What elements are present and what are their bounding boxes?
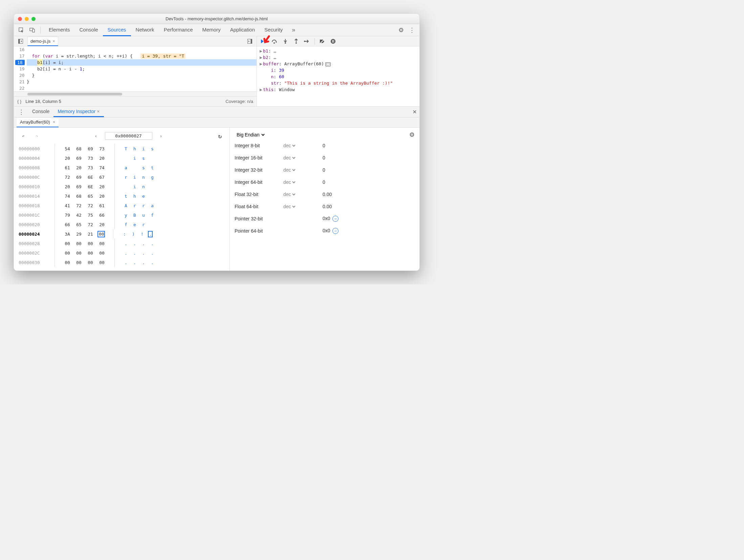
hex-row[interactable]: 0000000861207374a st — [19, 163, 225, 172]
value-output: 0 — [323, 179, 415, 185]
svg-rect-7 — [264, 39, 265, 43]
scope-row-this[interactable]: ▶this: Window — [260, 86, 417, 93]
file-tab[interactable]: demo-js.js × — [27, 37, 58, 46]
hex-row[interactable]: 0000002800000000.... — [19, 239, 225, 248]
svg-point-9 — [285, 42, 286, 44]
more-tabs-icon[interactable]: » — [289, 25, 298, 35]
value-type-label: Float 64-bit — [235, 204, 282, 209]
step-into-icon[interactable] — [281, 37, 290, 46]
svg-point-8 — [273, 42, 275, 44]
hex-row[interactable]: 0000001474686520the — [19, 191, 225, 201]
step-icon[interactable] — [302, 37, 312, 46]
buffer-tab[interactable]: ArrayBuffer(60) × — [17, 118, 59, 127]
hex-row[interactable]: 0000001C79427566yBuf — [19, 210, 225, 220]
deactivate-breakpoints-icon[interactable] — [318, 37, 327, 46]
hex-row[interactable]: 0000000C72696E67ring — [19, 172, 225, 182]
minimize-icon[interactable] — [25, 17, 29, 21]
encoding-select[interactable]: dec — [282, 143, 297, 149]
encoding-select[interactable]: dec — [282, 179, 297, 185]
encoding-select[interactable]: dec — [282, 155, 297, 161]
encoding-select[interactable]: dec — [282, 167, 297, 173]
value-output: 0x0→ — [323, 228, 415, 234]
hex-row[interactable]: 0000003000000000.... — [19, 258, 225, 267]
tab-performance[interactable]: Performance — [159, 24, 198, 36]
drawer-tab-bar: ⋮ ConsoleMemory Inspector × × — [14, 107, 419, 117]
tab-console[interactable]: Console — [75, 24, 103, 36]
reveal-in-memory-icon[interactable] — [325, 62, 331, 66]
address-input[interactable]: 0x00000027 — [105, 132, 152, 140]
scope-row-str[interactable]: str: "This is a string in the ArrayBuffe… — [260, 80, 417, 86]
pause-on-exceptions-icon[interactable] — [328, 37, 338, 46]
endian-select[interactable]: Big Endian — [235, 131, 266, 138]
device-toggle-icon[interactable] — [27, 25, 37, 35]
value-type-label: Pointer 32-bit — [235, 216, 282, 221]
close-drawer-tab-icon[interactable]: × — [95, 109, 100, 114]
hex-viewer: ↶ ↷ ‹ 0x00000027 › ↻ 0000000054686973Thi… — [14, 128, 230, 271]
debugger-toggle-icon[interactable] — [245, 37, 255, 46]
redo-icon[interactable]: ↷ — [32, 131, 42, 141]
drawer-tab-console[interactable]: Console — [28, 107, 53, 117]
encoding-select[interactable]: dec — [282, 203, 297, 210]
tab-security[interactable]: Security — [260, 24, 287, 36]
jump-to-address-icon[interactable]: → — [332, 228, 338, 234]
hex-row[interactable]: 0000000420697320 is — [19, 153, 225, 163]
more-icon[interactable]: ⋮ — [407, 25, 417, 35]
debugger-toolbar — [257, 36, 419, 46]
close-buffer-tab-icon[interactable]: × — [53, 120, 56, 125]
encoding-select[interactable]: dec — [282, 191, 297, 197]
scope-row-i[interactable]: i: 39 — [260, 67, 417, 73]
tab-network[interactable]: Network — [131, 24, 159, 36]
editor-status-bar: { } Line 18, Column 5 Coverage: n/a — [14, 96, 257, 106]
hex-row[interactable]: 0000002066657220fer — [19, 220, 225, 229]
svg-rect-4 — [19, 39, 20, 43]
pretty-print-icon[interactable]: { } — [17, 99, 21, 104]
file-tab-label: demo-js.js — [30, 39, 50, 44]
scope-row-n[interactable]: n: 60 — [260, 73, 417, 80]
svg-point-10 — [296, 42, 297, 44]
tab-elements[interactable]: Elements — [44, 24, 75, 36]
svg-point-13 — [331, 39, 335, 44]
close-tab-icon[interactable]: × — [52, 39, 55, 44]
resume-icon[interactable] — [259, 37, 268, 46]
hex-row[interactable]: 000000243A292100:)!. — [19, 229, 225, 239]
jump-to-address-icon[interactable]: → — [332, 216, 338, 222]
inspect-element-icon[interactable] — [17, 25, 26, 35]
cursor-position: Line 18, Column 5 — [25, 99, 61, 104]
navigator-toggle-icon[interactable] — [16, 37, 25, 46]
buffer-tab-label: ArrayBuffer(60) — [20, 120, 50, 125]
maximize-icon[interactable] — [31, 17, 36, 21]
value-type-label: Integer 64-bit — [235, 179, 282, 185]
hex-row[interactable]: 0000001841727261Arra — [19, 201, 225, 210]
devtools-window: DevTools - memory-inspector.glitch.me/de… — [14, 14, 420, 271]
refresh-icon[interactable]: ↻ — [215, 131, 225, 141]
drawer-more-icon[interactable]: ⋮ — [17, 107, 26, 117]
value-output: 0 — [323, 155, 415, 160]
hex-row[interactable]: 0000001020696E20 in — [19, 182, 225, 191]
horizontal-scrollbar[interactable] — [14, 91, 257, 96]
scope-row-buffer[interactable]: ▶buffer: ArrayBuffer(60) — [260, 61, 417, 67]
hex-row[interactable]: 0000000054686973This — [19, 144, 225, 153]
undo-icon[interactable]: ↶ — [19, 131, 28, 141]
main-tabs: ElementsConsoleSourcesNetworkPerformance… — [44, 24, 287, 36]
close-drawer-icon[interactable]: × — [413, 108, 417, 116]
drawer-tab-memory-inspector[interactable]: Memory Inspector × — [53, 107, 104, 117]
tab-memory[interactable]: Memory — [198, 24, 225, 36]
tab-application[interactable]: Application — [225, 24, 260, 36]
next-page-icon[interactable]: › — [156, 131, 166, 141]
code-editor[interactable]: 16171819202122 for (var i = str.length; … — [14, 46, 257, 91]
value-settings-icon[interactable]: ⚙ — [409, 131, 415, 138]
memory-inspector-body: ↶ ↷ ‹ 0x00000027 › ↻ 0000000054686973Thi… — [14, 128, 419, 271]
prev-page-icon[interactable]: ‹ — [91, 131, 101, 141]
settings-icon[interactable]: ⚙ — [396, 25, 406, 35]
scope-row-b2[interactable]: ▶b2: … — [260, 54, 417, 61]
hex-row[interactable]: 0000002C00000000.... — [19, 248, 225, 258]
close-icon[interactable] — [18, 17, 22, 21]
step-out-icon[interactable] — [291, 37, 301, 46]
mi-buffer-tab-bar: ArrayBuffer(60) × — [14, 117, 419, 128]
value-type-label: Float 32-bit — [235, 192, 282, 197]
scope-row-b1[interactable]: ▶b1: … — [260, 48, 417, 54]
tab-sources[interactable]: Sources — [103, 24, 131, 36]
step-over-icon[interactable] — [270, 37, 279, 46]
sources-panel: demo-js.js × 16171819202122 for (var i =… — [14, 36, 257, 106]
svg-rect-2 — [32, 29, 35, 32]
